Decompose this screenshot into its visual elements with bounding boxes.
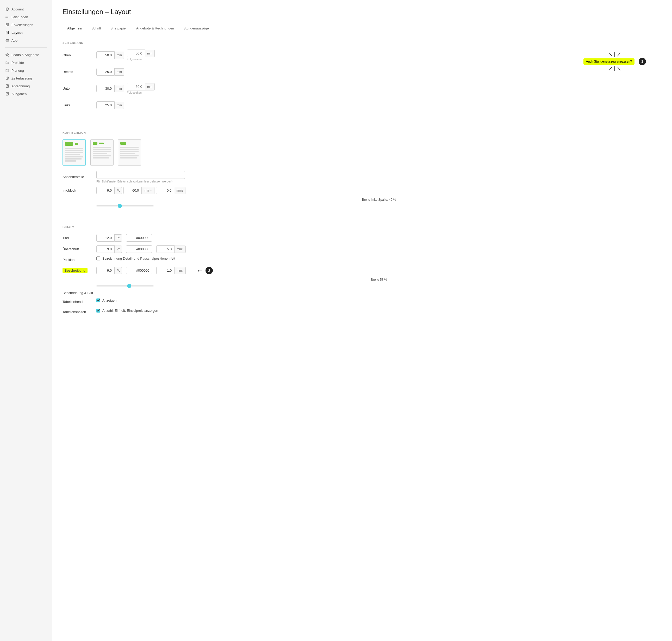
sidebar-item-leistungen[interactable]: Leistungen (0, 13, 52, 21)
beschreibung-bild-row: Beschreibung & Bild (62, 291, 661, 295)
kopfbereich-title: KOPFBEREICH (62, 131, 661, 134)
sidebar-item-zeiterfassung[interactable]: Zeiterfassung (0, 74, 52, 82)
sidebar-item-ausgaben[interactable]: Ausgaben (0, 90, 52, 98)
layout-option-3[interactable] (118, 139, 141, 165)
infoblock-height-icon: mm↕ (174, 187, 185, 194)
layout-option-2[interactable] (90, 139, 114, 165)
layout-option-1[interactable] (62, 139, 86, 165)
absenderzeile-row: Absenderzeile Für Sichtfenster Briefumsc… (62, 171, 661, 183)
oben-unit2: mm (145, 50, 155, 57)
sidebar-item-leads[interactable]: Leads & Angebote (0, 51, 52, 59)
beschreibung-bild-label: Beschreibung & Bild (62, 291, 94, 295)
links-label: Links (62, 103, 94, 107)
position-row: Position Bezeichnung Detail- und Pauscha… (62, 257, 661, 263)
sidebar-item-projekte[interactable]: Projekte (0, 59, 52, 67)
unten-value1-input[interactable] (96, 85, 115, 92)
tabellenheader-text: Anzeigen (102, 299, 116, 302)
sidebar-top-section: Account Leistungen Erweiterungen Layout … (0, 5, 52, 44)
svg-rect-11 (6, 25, 7, 26)
svg-rect-20 (6, 69, 9, 72)
tab-angebote[interactable]: Angebote & Rechnungen (131, 24, 179, 33)
slider-label: Breite linke Spalte: 40 % (96, 198, 661, 202)
ueberschrift-val2-input[interactable] (156, 245, 174, 253)
infoblock-label: Infoblock (62, 189, 94, 192)
tabellenheader-row: Tabellenheader Anzeigen (62, 299, 661, 305)
sidebar: Account Leistungen Erweiterungen Layout … (0, 0, 52, 641)
tabellenheader-checkbox[interactable] (96, 299, 100, 302)
oben-value2-input[interactable] (127, 50, 145, 57)
sidebar-label-projekte: Projekte (12, 61, 24, 65)
sidebar-item-layout[interactable]: Layout (0, 29, 52, 37)
star-line-bm (614, 66, 615, 71)
infoblock-val2-input[interactable] (124, 187, 142, 194)
beschreibung-val-input[interactable] (96, 267, 115, 274)
tab-allgemein[interactable]: Allgemein (62, 24, 87, 33)
beschreibung-val2-input[interactable] (156, 267, 174, 274)
sidebar-bottom-section: Leads & Angebote Projekte Planung Zeiter… (0, 51, 52, 98)
beschreibung-row: Beschreibung Pt mm↕ ← 2 (62, 267, 661, 274)
inhalt-section: INHALT Titel Pt Überschrift Pt (62, 226, 661, 315)
star-line-bl (609, 67, 612, 70)
svg-rect-12 (8, 25, 9, 26)
breite-linke-spalte-slider[interactable] (96, 205, 154, 206)
callout-text: Auch Stundenauszug anpassen? (584, 58, 634, 65)
infoblock-width-icon: mm↔ (142, 187, 154, 194)
kopfbereich-section: KOPFBEREICH (62, 131, 661, 207)
titel-label: Titel (62, 236, 94, 240)
sidebar-item-abo[interactable]: Abo (0, 37, 52, 44)
ueberschrift-unit: Pt (115, 246, 122, 253)
sidebar-label-leistungen: Leistungen (12, 15, 28, 19)
titel-val-input[interactable] (96, 234, 115, 242)
sidebar-label-erweiterungen: Erweiterungen (12, 23, 33, 27)
sidebar-item-erweiterungen[interactable]: Erweiterungen (0, 21, 52, 29)
rechts-value-input[interactable] (96, 68, 115, 76)
unten-folgeseiten-label: Folgeseiten (127, 91, 155, 94)
tab-schrift[interactable]: Schrift (87, 24, 106, 33)
links-input-group: mm (96, 101, 124, 109)
absenderzeile-input[interactable] (96, 171, 185, 179)
oben-value1-input[interactable] (96, 51, 115, 59)
titel-color-input[interactable] (126, 234, 152, 242)
sidebar-item-abrechnung[interactable]: Abrechnung (0, 82, 52, 90)
tab-briefpapier[interactable]: Briefpapier (106, 24, 131, 33)
beschreibung-color-input[interactable] (126, 267, 152, 274)
links-value-input[interactable] (96, 101, 115, 109)
arrow-badge: 2 (206, 267, 213, 274)
callout-badge: 1 (639, 58, 646, 65)
ueberschrift-color-input[interactable] (126, 245, 152, 253)
sidebar-label-ausgaben: Ausgaben (12, 92, 27, 96)
ueberschrift-val-input[interactable] (96, 245, 115, 253)
tabellenspalten-label: Tabellenspalten (62, 310, 94, 314)
sidebar-item-planung[interactable]: Planung (0, 67, 52, 74)
infoblock-val3-input[interactable] (156, 187, 174, 194)
position-checkbox-row: Bezeichnung Detail- und Pauschalposition… (96, 257, 175, 260)
tabellenspalten-checkbox[interactable] (96, 309, 100, 313)
breite-slider[interactable] (96, 285, 154, 286)
tab-stunden[interactable]: Stundenauszüge (179, 24, 213, 33)
breite-slider-label: Breite 58 % (96, 278, 661, 282)
unten-input-group: mm (96, 85, 124, 92)
svg-marker-19 (6, 53, 9, 56)
oben-unit1: mm (115, 52, 124, 59)
folder-icon (5, 60, 9, 65)
unten-value2-input[interactable] (127, 83, 145, 91)
layout-options (62, 139, 661, 165)
tabellenspalten-checkbox-row: Anzahl, Einheit, Einzelpreis anzeigen (96, 309, 158, 313)
oben-input-group: mm (96, 51, 124, 59)
unten-unit1: mm (115, 85, 124, 92)
star-line-tl (609, 52, 612, 56)
sidebar-label-planung: Planung (12, 69, 24, 72)
sidebar-item-account[interactable]: Account (0, 5, 52, 13)
oben-folge-group: mm Folgeseiten (127, 50, 155, 61)
star-line-br (617, 67, 620, 70)
document-icon (5, 84, 9, 88)
position-checkbox[interactable] (96, 257, 100, 260)
seitenrand-title: SEITENRAND (62, 41, 661, 44)
ueberschrift-row: Überschrift Pt mm↕ (62, 245, 661, 253)
beschreibung-unit: Pt (115, 267, 122, 274)
puzzle-icon (5, 23, 9, 27)
star-line-tm (614, 52, 615, 57)
sidebar-divider (5, 47, 47, 48)
infoblock-val1-input[interactable] (96, 187, 115, 194)
infoblock-row: Infoblock Pt mm↔ mm↕ (62, 187, 661, 194)
